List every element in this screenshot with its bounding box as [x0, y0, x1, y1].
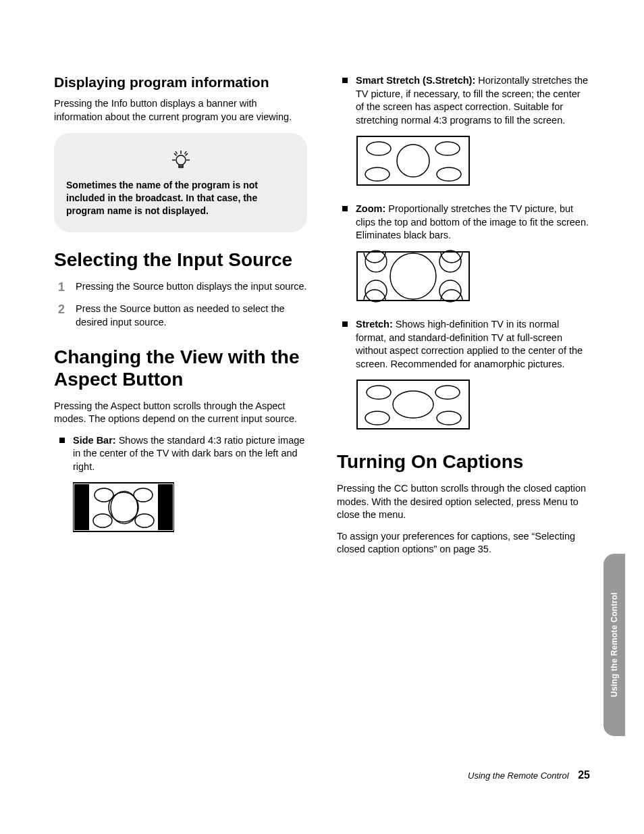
- label-sidebar: Side Bar:: [73, 435, 116, 446]
- label-stretch: Stretch:: [356, 319, 393, 330]
- section-tab: Using the Remote Control: [603, 554, 625, 736]
- paragraph-aspect: Pressing the Aspect button scrolls throu…: [54, 400, 307, 426]
- step-number: 1: [58, 279, 65, 295]
- svg-rect-29: [357, 380, 469, 429]
- svg-point-30: [367, 386, 391, 399]
- item-stretch: Stretch: Shows high-definition TV in its…: [356, 318, 590, 371]
- page-footer: Using the Remote Control 25: [468, 769, 590, 781]
- step-2: 2Press the Source button as needed to se…: [72, 303, 307, 329]
- item-zoom: Zoom: Proportionally stretches the TV pi…: [356, 203, 590, 242]
- footer-section: Using the Remote Control: [468, 771, 569, 781]
- svg-line-8: [184, 151, 186, 154]
- svg-point-20: [365, 167, 390, 181]
- svg-point-32: [365, 411, 390, 425]
- svg-rect-17: [357, 136, 469, 185]
- heading-captions: Turning On Captions: [337, 450, 590, 473]
- label-smart-stretch: Smart Stretch (S.Stretch):: [356, 75, 475, 86]
- diagram-stretch: [356, 377, 590, 434]
- svg-line-4: [185, 153, 188, 156]
- label-zoom: Zoom:: [356, 203, 385, 214]
- step-text: Pressing the Source button displays the …: [76, 281, 307, 292]
- lightbulb-icon: [167, 145, 194, 172]
- step-1: 1Pressing the Source button displays the…: [72, 280, 307, 294]
- footer-page-number: 25: [578, 769, 590, 781]
- step-number: 2: [58, 301, 65, 317]
- svg-point-14: [93, 514, 112, 527]
- paragraph-display-info: Pressing the Info button displays a bann…: [54, 97, 307, 124]
- aspect-list-left: Side Bar: Shows the standard 4:3 ratio p…: [54, 434, 307, 474]
- paragraph-captions-2: To assign your preferences for captions,…: [337, 530, 590, 556]
- section-tab-label: Using the Remote Control: [610, 592, 619, 697]
- svg-point-31: [435, 386, 460, 399]
- svg-point-21: [437, 167, 461, 181]
- heading-aspect: Changing the View with the Aspect Button: [54, 346, 307, 390]
- two-column-layout: Displaying program information Pressing …: [54, 74, 590, 565]
- diagram-sidebar: [73, 480, 307, 537]
- heading-select-input: Selecting the Input Source: [54, 249, 307, 271]
- step-text: Press the Source button as needed to sel…: [76, 303, 285, 328]
- item-sidebar: Side Bar: Shows the standard 4:3 ratio p…: [73, 434, 307, 474]
- left-column: Displaying program information Pressing …: [54, 74, 307, 565]
- steps-list: 1Pressing the Source button displays the…: [54, 280, 307, 330]
- diagram-zoom: [356, 249, 590, 306]
- diagram-smart-stretch: [356, 134, 590, 190]
- tip-callout: Sometimes the name of the program is not…: [54, 133, 307, 232]
- svg-point-34: [393, 391, 433, 418]
- svg-point-16: [109, 492, 138, 522]
- paragraph-captions-1: Pressing the CC button scrolls through t…: [337, 482, 590, 522]
- heading-display-info: Displaying program information: [54, 74, 307, 90]
- item-smart-stretch: Smart Stretch (S.Stretch): Horizontally …: [356, 74, 590, 127]
- svg-line-3: [174, 153, 177, 156]
- svg-line-7: [176, 151, 178, 154]
- svg-point-0: [176, 155, 186, 165]
- svg-point-28: [390, 253, 436, 299]
- svg-rect-11: [158, 484, 173, 530]
- svg-rect-10: [74, 484, 89, 530]
- svg-rect-23: [357, 252, 469, 301]
- svg-point-15: [135, 514, 154, 527]
- svg-point-18: [367, 142, 391, 155]
- svg-point-22: [397, 145, 429, 177]
- aspect-list-right-3: Stretch: Shows high-definition TV in its…: [337, 318, 590, 371]
- svg-point-19: [435, 142, 460, 155]
- document-page: Displaying program information Pressing …: [0, 0, 644, 834]
- aspect-list-right: Smart Stretch (S.Stretch): Horizontally …: [337, 74, 590, 127]
- text-zoom: Proportionally stretches the TV picture,…: [356, 203, 589, 240]
- aspect-list-right-2: Zoom: Proportionally stretches the TV pi…: [337, 203, 590, 242]
- right-column: Smart Stretch (S.Stretch): Horizontally …: [337, 74, 590, 565]
- tip-text: Sometimes the name of the program is not…: [66, 179, 295, 217]
- svg-point-33: [437, 411, 461, 425]
